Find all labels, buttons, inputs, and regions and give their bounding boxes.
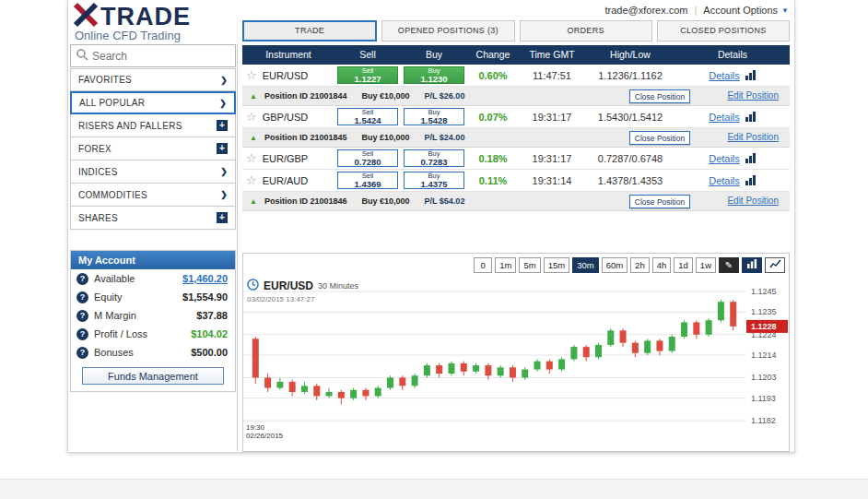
tab-orders[interactable]: ORDERS xyxy=(520,20,652,42)
close-position-button[interactable]: Close Position xyxy=(629,131,690,145)
timeframe-5m[interactable]: 5m xyxy=(519,257,540,273)
sidebar-item-commodities[interactable]: COMMODITIES ❯ xyxy=(70,184,236,207)
close-position-button[interactable]: Close Position xyxy=(629,89,690,103)
chevron-right-icon: ❯ xyxy=(220,76,228,85)
account-row-equity: ? Equity $1,554.90 xyxy=(71,288,235,306)
position-id: Position ID 21001845 xyxy=(264,133,347,142)
details-link[interactable]: Details xyxy=(709,153,740,164)
close-position-button[interactable]: Close Position xyxy=(629,195,690,208)
sidebar-item-all-popular[interactable]: ALL POPULAR ❯ xyxy=(70,91,236,114)
sidebar-item-risers-and-fallers[interactable]: RISERS AND FALLERS + xyxy=(70,114,236,137)
chart-icon[interactable] xyxy=(745,153,757,164)
sidebar-item-indices[interactable]: INDICES ❯ xyxy=(70,160,236,184)
timeframe-0[interactable]: 0 xyxy=(474,257,492,273)
timeframe-30m[interactable]: 30m xyxy=(572,257,598,273)
favorite-star-icon[interactable]: ☆ xyxy=(246,151,257,165)
timeframe-1d[interactable]: 1d xyxy=(674,257,693,273)
help-icon[interactable]: ? xyxy=(76,328,88,340)
quote-row-eurusd: ☆ EUR/USD Sell 1.1227 Buy 1.1230 0.60% 1… xyxy=(242,65,790,87)
account-row-margin: ? M Margin $37.88 xyxy=(71,306,235,325)
favorite-star-icon[interactable]: ☆ xyxy=(246,68,257,82)
chart-icon[interactable] xyxy=(745,70,757,81)
change-value: 0.11% xyxy=(467,175,519,186)
chart-icon[interactable] xyxy=(745,112,757,123)
account-options-menu[interactable]: Account Options ▼ xyxy=(703,5,789,16)
timeframe-15m[interactable]: 15m xyxy=(544,257,569,273)
sidebar-item-label: FAVORITES xyxy=(78,75,132,85)
chevron-right-icon: ❯ xyxy=(220,190,228,199)
help-icon[interactable]: ? xyxy=(76,291,88,303)
help-icon[interactable]: ? xyxy=(76,273,88,285)
chevron-right-icon: ❯ xyxy=(219,99,227,108)
help-icon[interactable]: ? xyxy=(76,310,88,322)
bonuses-label: Bonuses xyxy=(94,347,191,358)
help-icon[interactable]: ? xyxy=(76,347,88,359)
chart-overlay: EUR/USD 30 Minutes 03/02/2015 13:47:27 xyxy=(247,278,358,303)
main-panel: Instrument Sell Buy Change Time GMT High… xyxy=(242,45,790,452)
available-label: Available xyxy=(94,273,182,284)
equity-label: Equity xyxy=(94,291,182,303)
position-id: Position ID 21001846 xyxy=(264,196,347,206)
sidebar-item-label: ALL POPULAR xyxy=(79,98,145,108)
edit-position-link[interactable]: Edit Position xyxy=(727,132,779,142)
header-details: Details xyxy=(675,45,790,65)
details-link[interactable]: Details xyxy=(709,112,740,123)
time-gmt-value: 19:31:14 xyxy=(519,175,585,186)
chart-icon[interactable] xyxy=(745,175,757,186)
page-footer-strip xyxy=(0,479,868,499)
sell-button-euraud[interactable]: Sell 1.4369 xyxy=(337,172,398,189)
sell-button-eurgbp[interactable]: Sell 0.7280 xyxy=(337,149,398,167)
timeframe-1m[interactable]: 1m xyxy=(495,257,516,273)
buy-button-gbpusd[interactable]: Buy 1.5428 xyxy=(404,108,464,125)
sidebar-item-forex[interactable]: FOREX + xyxy=(70,137,236,160)
header-sell: Sell xyxy=(334,45,401,65)
time-gmt-value: 11:47:51 xyxy=(519,70,585,81)
sell-button-gbpusd[interactable]: Sell 1.5424 xyxy=(337,108,398,125)
buy-button-euraud[interactable]: Buy 1.4375 xyxy=(404,172,464,189)
edit-position-link[interactable]: Edit Position xyxy=(727,90,779,101)
price-chart[interactable]: EUR/USD 30 Minutes 03/02/2015 13:47:27 1… xyxy=(243,276,789,451)
chart-panel: 0 1m 5m 15m 30m 60m 2h 4h 1d 1w ✎ xyxy=(242,253,790,452)
available-value-link[interactable]: $1,460.20 xyxy=(182,273,228,284)
instrument-name: EUR/GBP xyxy=(263,153,309,164)
tab-trade[interactable]: TRADE xyxy=(242,20,377,42)
buy-price: 1.5428 xyxy=(420,116,447,125)
xtrade-logo: TRADE xyxy=(73,2,191,31)
timeframe-2h[interactable]: 2h xyxy=(630,257,650,273)
favorite-star-icon[interactable]: ☆ xyxy=(246,173,257,187)
details-link[interactable]: Details xyxy=(709,70,740,81)
details-link[interactable]: Details xyxy=(709,175,740,186)
sidebar-item-label: FOREX xyxy=(78,144,111,154)
time-gmt-value: 19:31:17 xyxy=(519,112,585,123)
buy-button-eurusd[interactable]: Buy 1.1230 xyxy=(404,66,464,84)
timeframe-1w[interactable]: 1w xyxy=(696,257,716,273)
timeframe-60m[interactable]: 60m xyxy=(602,257,628,273)
favorite-star-icon[interactable]: ☆ xyxy=(246,110,257,124)
search-icon xyxy=(76,48,88,65)
buy-price: 1.1230 xyxy=(420,75,447,84)
svg-text:1.1193: 1.1193 xyxy=(751,394,776,403)
sidebar-item-shares[interactable]: SHARES + xyxy=(70,207,236,230)
quote-row-euraud: ☆ EUR/AUD Sell 1.4369 Buy 1.4375 0.11% 1… xyxy=(242,170,790,192)
candlestick-view-button[interactable] xyxy=(742,257,762,273)
trading-app-window: TRADE Online CFD Trading trade@xforex.co… xyxy=(67,0,795,453)
search-input[interactable] xyxy=(92,50,235,63)
change-value: 0.60% xyxy=(467,70,519,81)
draw-pencil-button[interactable]: ✎ xyxy=(719,257,739,273)
sell-button-eurusd[interactable]: Sell 1.1227 xyxy=(337,66,398,84)
tab-closed-positions[interactable]: CLOSED POSITIONS xyxy=(657,20,790,42)
sidebar: FAVORITES ❯ ALL POPULAR ❯ RISERS AND FAL… xyxy=(70,44,238,451)
tab-bar: TRADE OPENED POSITIONS (3) ORDERS CLOSED… xyxy=(242,20,790,42)
timeframe-4h[interactable]: 4h xyxy=(652,257,672,273)
header-time-gmt: Time GMT xyxy=(519,45,585,65)
edit-position-link[interactable]: Edit Position xyxy=(727,196,779,206)
my-account-title: My Account xyxy=(71,251,235,269)
tab-opened-positions[interactable]: OPENED POSITIONS (3) xyxy=(381,20,514,42)
sidebar-item-favorites[interactable]: FAVORITES ❯ xyxy=(70,68,236,91)
position-row-21001844: ▲ Position ID 21001844 Buy €10,000 P/L $… xyxy=(242,87,790,106)
sidebar-item-label: SHARES xyxy=(78,213,118,223)
svg-text:1.1235: 1.1235 xyxy=(751,307,777,316)
buy-button-eurgbp[interactable]: Buy 0.7283 xyxy=(404,149,464,167)
line-view-button[interactable] xyxy=(765,257,785,273)
funds-management-button[interactable]: Funds Management xyxy=(82,367,224,385)
